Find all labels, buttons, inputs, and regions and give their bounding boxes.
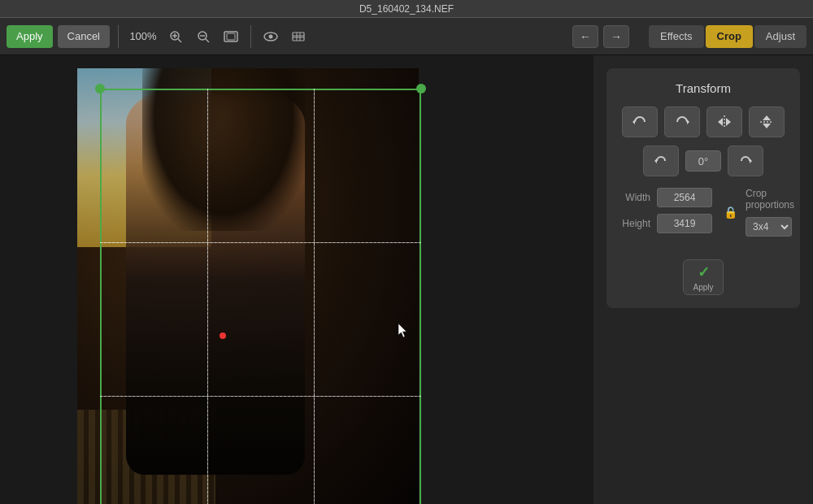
- grid-button[interactable]: [287, 25, 310, 48]
- svg-marker-23: [763, 124, 771, 128]
- svg-line-5: [206, 39, 209, 42]
- svg-marker-24: [654, 159, 657, 163]
- flip-vertical-btn[interactable]: [749, 106, 785, 137]
- right-panel: Transform: [593, 55, 813, 504]
- height-label: Height: [620, 218, 650, 229]
- width-label: Width: [620, 192, 650, 203]
- height-input[interactable]: [657, 214, 712, 233]
- lock-section: 🔒: [724, 188, 737, 237]
- grid-v1: [207, 89, 208, 504]
- eye-button[interactable]: [259, 25, 282, 48]
- grid-v2: [314, 89, 315, 504]
- rotate-ccw-btn[interactable]: [622, 106, 658, 137]
- crop-proportions-label: Crop proportions: [746, 188, 794, 211]
- svg-marker-19: [718, 118, 723, 126]
- checkmark-icon: ✓: [698, 263, 710, 281]
- zoom-in-icon: [169, 30, 182, 43]
- svg-marker-17: [687, 119, 689, 124]
- view-tabs: Effects Crop Adjust: [649, 25, 806, 48]
- fit-view-button[interactable]: [220, 25, 242, 48]
- tab-adjust[interactable]: Adjust: [754, 25, 806, 48]
- cancel-button[interactable]: Cancel: [58, 25, 110, 48]
- tab-effects[interactable]: Effects: [649, 25, 704, 48]
- forward-button[interactable]: →: [603, 25, 629, 48]
- filename: D5_160402_134.NEF: [359, 3, 454, 15]
- apply-crop-label: Apply: [693, 283, 713, 292]
- grid-icon: [292, 32, 305, 41]
- width-row: Width: [620, 188, 712, 207]
- svg-marker-16: [633, 119, 635, 124]
- crop-proportions-select[interactable]: 3x4 4x3 1x1 Free 16x9: [746, 217, 792, 237]
- fit-view-icon: [224, 31, 238, 42]
- svg-rect-11: [293, 33, 304, 41]
- zoom-in-button[interactable]: [164, 25, 187, 48]
- width-input[interactable]: [657, 188, 712, 207]
- zoom-out-button[interactable]: [192, 25, 215, 48]
- rotate-cw-btn[interactable]: [664, 106, 700, 137]
- zoom-out-icon: [197, 30, 210, 43]
- svg-point-10: [269, 34, 273, 38]
- grid-lines: [100, 89, 421, 504]
- svg-marker-22: [763, 115, 771, 120]
- eye-icon: [263, 32, 278, 41]
- back-button[interactable]: ←: [572, 25, 598, 48]
- title-bar: D5_160402_134.NEF: [0, 0, 813, 18]
- crop-overlay[interactable]: [100, 89, 421, 504]
- crop-handle-tl[interactable]: [95, 84, 105, 93]
- transform-title: Transform: [620, 81, 787, 95]
- toolbar-divider-2: [250, 25, 251, 48]
- toolbar-divider-1: [118, 25, 119, 48]
- rotate-right-fine-btn[interactable]: [728, 146, 763, 176]
- rotate-left-fine-btn[interactable]: [643, 146, 679, 176]
- rotate-row: 0°: [620, 146, 787, 176]
- transform-buttons-row1: [620, 106, 787, 137]
- crop-handle-tr[interactable]: [416, 84, 426, 93]
- lock-icon[interactable]: 🔒: [724, 206, 737, 219]
- apply-crop-button[interactable]: ✓ Apply: [683, 259, 724, 295]
- svg-marker-20: [726, 118, 731, 126]
- height-row: Height: [620, 214, 712, 233]
- apply-button[interactable]: Apply: [7, 25, 53, 48]
- dimensions-section: Width Height: [620, 188, 712, 240]
- flip-horizontal-btn[interactable]: [706, 106, 742, 137]
- svg-rect-8: [227, 33, 235, 40]
- svg-line-1: [178, 39, 181, 42]
- crop-proportions-section: Crop proportions 3x4 4x3 1x1 Free 16x9: [746, 188, 794, 237]
- grid-h2: [100, 396, 421, 397]
- angle-value: 0°: [685, 150, 721, 172]
- canvas-area[interactable]: [0, 55, 593, 504]
- photo-container: [77, 68, 419, 504]
- toolbar: Apply Cancel 100%: [0, 18, 813, 55]
- zoom-level: 100%: [127, 30, 159, 42]
- grid-h1: [100, 242, 421, 243]
- tab-crop[interactable]: Crop: [706, 25, 753, 48]
- transform-card: Transform: [606, 68, 800, 308]
- svg-marker-25: [750, 159, 752, 163]
- main-content: Transform: [0, 55, 813, 504]
